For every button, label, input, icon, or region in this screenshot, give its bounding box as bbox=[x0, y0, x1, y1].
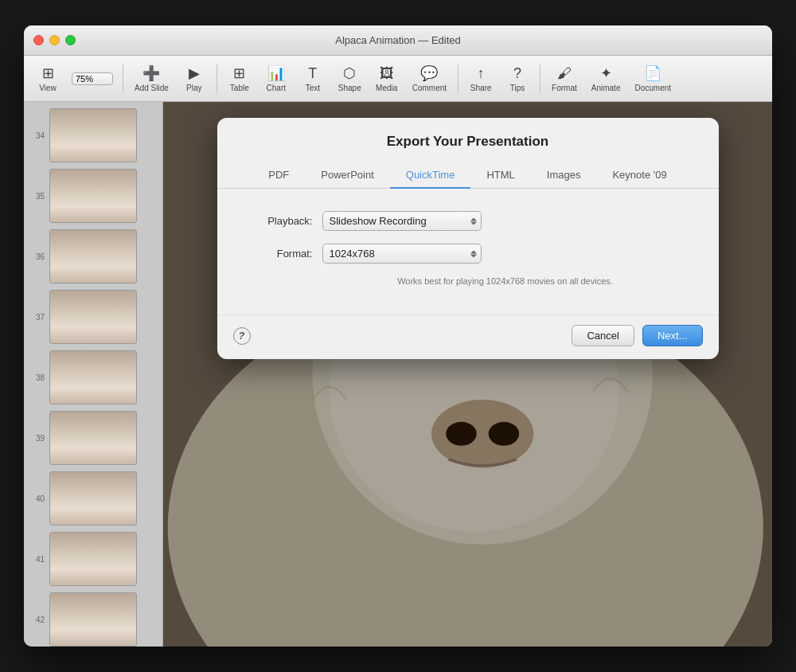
comment-button[interactable]: 💬 Comment bbox=[406, 60, 453, 98]
modal-footer: ? Cancel Next... bbox=[217, 315, 719, 359]
slide-number: 42 bbox=[29, 615, 45, 624]
media-button[interactable]: 🖼 Media bbox=[369, 60, 404, 98]
format-label: Format: bbox=[249, 248, 313, 260]
list-item[interactable]: 41 bbox=[24, 529, 162, 589]
canvas-area: Export Your Presentation PDF PowerPoint … bbox=[163, 102, 772, 647]
format-button[interactable]: 🖌 Format bbox=[545, 60, 583, 98]
chart-icon: 📊 bbox=[267, 64, 285, 82]
modal-overlay: Export Your Presentation PDF PowerPoint … bbox=[163, 102, 772, 647]
list-item[interactable]: 37 bbox=[24, 287, 162, 347]
media-icon: 🖼 bbox=[380, 65, 394, 82]
divider-4 bbox=[540, 64, 540, 93]
list-item[interactable]: 35 bbox=[24, 166, 162, 226]
table-icon: ⊞ bbox=[233, 64, 245, 82]
playback-row: Playback: Slideshow Recording Self-Playi… bbox=[249, 211, 687, 231]
slide-number: 36 bbox=[29, 252, 45, 261]
zoom-select[interactable]: 75% 50% 100% bbox=[72, 72, 113, 85]
add-slide-icon: ➕ bbox=[142, 64, 160, 82]
slide-thumbnail bbox=[49, 229, 137, 283]
slide-number: 41 bbox=[29, 555, 45, 564]
footer-buttons: Cancel Next... bbox=[572, 325, 702, 346]
tab-powerpoint[interactable]: PowerPoint bbox=[305, 162, 389, 189]
modal-title: Export Your Presentation bbox=[217, 118, 719, 162]
slide-thumbnail bbox=[49, 350, 137, 404]
slide-thumbnail bbox=[49, 169, 137, 223]
main-area: 34 35 36 37 bbox=[24, 102, 772, 647]
slide-thumbnail bbox=[49, 532, 137, 586]
share-button[interactable]: ↑ Share bbox=[463, 60, 498, 98]
slide-number: 35 bbox=[29, 192, 45, 201]
document-icon: 📄 bbox=[644, 64, 661, 82]
titlebar: Alpaca Animation — Edited bbox=[24, 25, 772, 56]
window-title: Alpaca Animation — Edited bbox=[335, 34, 461, 46]
playback-select-wrapper: Slideshow Recording Self-Playing Hyperli… bbox=[322, 211, 482, 231]
slide-thumbnail bbox=[49, 108, 137, 162]
list-item[interactable]: 34 bbox=[24, 105, 162, 166]
animate-icon: ✦ bbox=[600, 64, 612, 82]
tab-keynote09[interactable]: Keynote '09 bbox=[596, 162, 682, 189]
slide-number: 38 bbox=[29, 373, 45, 382]
tab-quicktime[interactable]: QuickTime bbox=[390, 162, 471, 189]
tab-html[interactable]: HTML bbox=[470, 162, 530, 189]
shape-icon: ⬡ bbox=[343, 64, 356, 82]
slide-thumbnail bbox=[49, 471, 137, 525]
playback-label: Playback: bbox=[249, 215, 313, 227]
tab-images[interactable]: Images bbox=[531, 162, 597, 189]
add-slide-button[interactable]: ➕ Add Slide bbox=[128, 60, 175, 98]
modal-body: Playback: Slideshow Recording Self-Playi… bbox=[217, 189, 719, 315]
format-hint: Works best for playing 1024x768 movies o… bbox=[324, 276, 687, 286]
slide-thumbnail bbox=[49, 290, 137, 344]
format-row: Format: 1024x768 480p 720p 1080p bbox=[249, 244, 687, 264]
export-tabs: PDF PowerPoint QuickTime HTML Images bbox=[217, 162, 719, 189]
format-icon: 🖌 bbox=[557, 65, 572, 82]
view-icon: ⊞ bbox=[42, 64, 54, 82]
traffic-lights bbox=[33, 35, 76, 45]
slide-number: 37 bbox=[29, 313, 45, 322]
minimize-button[interactable] bbox=[49, 35, 60, 45]
slide-number: 40 bbox=[29, 494, 45, 503]
close-button[interactable] bbox=[33, 35, 44, 45]
chart-button[interactable]: 📊 Chart bbox=[259, 60, 294, 98]
slide-thumbnail bbox=[49, 411, 137, 465]
divider-3 bbox=[458, 64, 458, 93]
text-button[interactable]: T Text bbox=[295, 60, 330, 98]
slide-panel[interactable]: 34 35 36 37 bbox=[24, 102, 163, 647]
list-item[interactable]: 38 bbox=[24, 347, 162, 408]
slide-number: 34 bbox=[29, 131, 45, 140]
slide-thumbnail bbox=[49, 592, 137, 647]
main-window: Alpaca Animation — Edited ⊞ View 75% 50%… bbox=[24, 25, 772, 647]
playback-select[interactable]: Slideshow Recording Self-Playing Hyperli… bbox=[322, 211, 482, 231]
list-item[interactable]: 39 bbox=[24, 408, 162, 468]
slide-number: 39 bbox=[29, 434, 45, 443]
zoom-control[interactable]: 75% 50% 100% 75% bbox=[67, 60, 118, 98]
toolbar: ⊞ View 75% 50% 100% 75% ➕ Add Slide ▶ Pl… bbox=[24, 56, 772, 102]
shape-button[interactable]: ⬡ Shape bbox=[332, 60, 368, 98]
maximize-button[interactable] bbox=[65, 35, 76, 45]
next-button[interactable]: Next... bbox=[642, 325, 703, 346]
format-select[interactable]: 1024x768 480p 720p 1080p bbox=[322, 244, 482, 264]
text-icon: T bbox=[308, 65, 317, 82]
view-button[interactable]: ⊞ View bbox=[30, 60, 65, 98]
divider-1 bbox=[123, 64, 123, 93]
tips-icon: ? bbox=[513, 65, 521, 82]
help-button[interactable]: ? bbox=[233, 327, 251, 345]
divider-2 bbox=[217, 64, 217, 93]
document-button[interactable]: 📄 Document bbox=[628, 60, 677, 98]
list-item[interactable]: 42 bbox=[24, 589, 162, 647]
share-icon: ↑ bbox=[478, 65, 485, 82]
list-item[interactable]: 36 bbox=[24, 226, 162, 287]
format-select-wrapper: 1024x768 480p 720p 1080p bbox=[322, 244, 482, 264]
table-button[interactable]: ⊞ Table bbox=[222, 60, 257, 98]
tab-pdf[interactable]: PDF bbox=[252, 162, 305, 189]
animate-button[interactable]: ✦ Animate bbox=[585, 60, 627, 98]
play-icon: ▶ bbox=[189, 64, 200, 82]
list-item[interactable]: 40 bbox=[24, 468, 162, 529]
export-dialog: Export Your Presentation PDF PowerPoint … bbox=[217, 118, 719, 359]
tips-button[interactable]: ? Tips bbox=[500, 60, 535, 98]
comment-icon: 💬 bbox=[420, 64, 438, 82]
cancel-button[interactable]: Cancel bbox=[572, 325, 634, 346]
play-button[interactable]: ▶ Play bbox=[177, 60, 212, 98]
